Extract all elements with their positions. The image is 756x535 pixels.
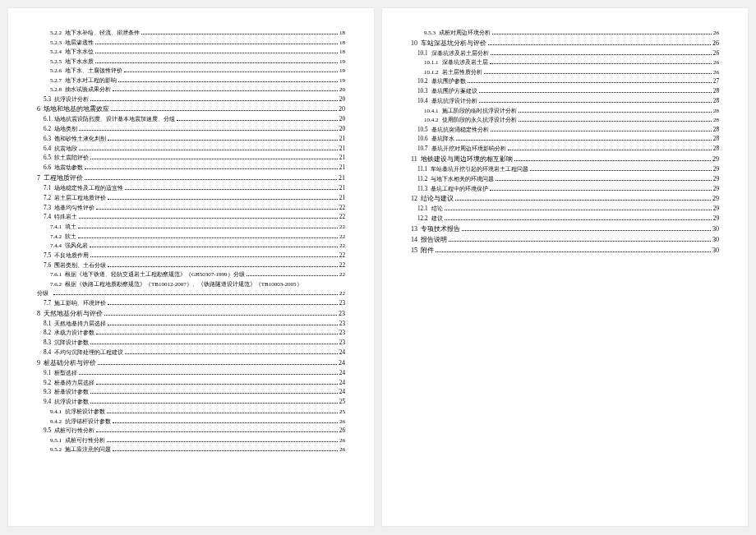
toc-dots xyxy=(90,256,338,257)
toc-entry-page: 28 xyxy=(713,107,719,116)
toc-entry-title: 施工影响、环境评价 xyxy=(54,299,106,308)
toc-dots xyxy=(247,275,338,276)
toc-dots xyxy=(79,218,338,219)
toc-entry: 6.2场地类别20 xyxy=(37,125,345,134)
toc-entry-number: 6.1 xyxy=(44,115,51,124)
toc-entry-title: 深基坑涉及岩土层 xyxy=(442,58,488,67)
toc-entry-page: 28 xyxy=(713,145,719,154)
toc-entry: 5.3抗浮设计分析20 xyxy=(37,95,345,104)
toc-entry-page: 28 xyxy=(713,116,719,125)
toc-dots xyxy=(492,34,712,35)
toc-entry-number: 9.1 xyxy=(44,369,51,378)
toc-dots xyxy=(53,294,338,295)
toc-entry-page: 24 xyxy=(339,388,345,397)
toc-dots xyxy=(462,230,711,231)
toc-dots xyxy=(96,334,338,334)
toc-entry-page: 25 xyxy=(339,408,345,417)
toc-dots xyxy=(436,251,711,252)
toc-dots xyxy=(445,210,712,210)
toc-entry: 5.2.7地下水对工程的影响19 xyxy=(37,76,345,85)
toc-entry: 10.1.2岩土层性质分析26 xyxy=(411,68,719,77)
toc-entry-title: 抗浮设计参数 xyxy=(54,398,89,407)
toc-entry-page: 22 xyxy=(339,213,345,222)
toc-entry-page: 21 xyxy=(339,154,345,163)
toc-dots xyxy=(118,81,338,82)
toc-dots xyxy=(456,140,712,141)
toc-entry: 7.3地基均匀性评价22 xyxy=(37,204,345,213)
toc-dots xyxy=(90,247,338,247)
toc-entry-title: 地下水、土腐蚀性评价 xyxy=(65,67,122,76)
toc-entry: 7.4.4强风化岩22 xyxy=(37,242,345,251)
toc-entry: 7.2岩土层工程地质评价21 xyxy=(37,194,345,203)
toc-dots xyxy=(95,44,338,44)
toc-dots xyxy=(96,384,338,385)
toc-entry: 分级22 xyxy=(37,289,345,298)
toc-entry-page: 26 xyxy=(339,427,345,436)
toc-entry-page: 24 xyxy=(339,369,345,378)
toc-entry-title: 填土 xyxy=(65,223,76,232)
toc-entry-number: 7.4.2 xyxy=(50,233,62,242)
toc-entry-page: 26 xyxy=(713,58,719,67)
toc-entry-page: 26 xyxy=(339,417,345,427)
toc-dots xyxy=(484,73,712,74)
toc-entry-title: 岩土层工程地质评价 xyxy=(54,194,106,203)
toc-dots xyxy=(108,199,338,200)
toc-entry-number: 7.5 xyxy=(44,251,51,261)
toc-entry-page: 28 xyxy=(713,126,719,135)
toc-entry: 14报告说明30 xyxy=(411,235,719,245)
toc-dots xyxy=(90,100,338,101)
toc-entry-number: 5.2.7 xyxy=(50,76,62,85)
toc-entry-page: 21 xyxy=(339,164,345,173)
toc-entry-title: 报告说明 xyxy=(421,235,447,245)
toc-entry-number: 8.1 xyxy=(44,320,51,329)
toc-entry-number: 10.1.2 xyxy=(424,68,439,77)
toc-entry: 9.4.2抗浮锚杆设计参数26 xyxy=(37,417,345,427)
toc-entry-number: 7 xyxy=(37,173,40,183)
toc-entry-title: 地下水补给、径流、排泄条件 xyxy=(65,29,140,38)
toc-entry-number: 7.1 xyxy=(44,184,51,193)
toc-dots xyxy=(79,374,338,375)
toc-entry-title: 桩基持力层选择 xyxy=(54,379,94,388)
toc-entry-title: 抗浮设计分析 xyxy=(54,95,89,104)
toc-entry-number: 5.2.2 xyxy=(50,29,62,38)
toc-entry-number: 7.6.2 xyxy=(50,280,62,289)
toc-entry: 7.7施工影响、环境评价23 xyxy=(37,299,345,308)
toc-dots xyxy=(95,62,338,63)
toc-dots xyxy=(108,266,338,267)
toc-entry-number: 9.5.2 xyxy=(50,445,62,454)
toc-entry-page: 27 xyxy=(713,77,719,86)
toc-entry: 12结论与建议29 xyxy=(411,194,719,204)
toc-entry-number: 11.2 xyxy=(417,175,427,184)
toc-entry-page: 26 xyxy=(712,39,719,48)
toc-entry-title: 地铁建设与周边环境的相互影响 xyxy=(421,155,513,164)
toc-entry-page: 22 xyxy=(339,270,345,279)
toc-dots xyxy=(108,325,338,325)
toc-entry: 5.2.6地下水、土腐蚀性评价19 xyxy=(37,67,345,76)
toc-dots xyxy=(125,353,338,354)
toc-entry-number: 5.2.6 xyxy=(50,67,62,76)
toc-entry: 10.1深基坑涉及岩土层分析26 xyxy=(411,49,719,58)
toc-entry-title: 深基坑涉及岩土层分析 xyxy=(431,49,489,58)
toc-dots xyxy=(449,241,711,242)
toc-entry-title: 地下水水质 xyxy=(65,58,94,67)
toc-entry-title: 场地抗震设防烈度、设计基本地震加速度、分组 xyxy=(54,115,175,124)
toc-entry-title: 特殊岩土 xyxy=(54,213,77,222)
toc-dots xyxy=(490,63,712,64)
toc-entry-page: 18 xyxy=(339,29,345,38)
toc-entry-title: 基坑降水 xyxy=(431,135,454,144)
toc-entry-title: 建议 xyxy=(431,214,443,224)
toc-entry: 8.4不均匀沉降处理的工程建议24 xyxy=(37,348,345,357)
toc-dots xyxy=(177,120,338,121)
toc-entry: 7.6.1根据《地下铁道、轻轨交通岩土工程勘察规范》（GB50307-1999）… xyxy=(37,270,345,279)
toc-entry-title: 天然地基持力层选择 xyxy=(54,320,106,329)
toc-entry-number: 6 xyxy=(37,104,40,114)
toc-entry-number: 10.4 xyxy=(417,97,428,106)
toc-dots xyxy=(96,209,338,210)
toc-entry-title: 饱和砂性土液化判别 xyxy=(54,135,106,144)
toc-dots xyxy=(90,393,338,394)
toc-entry-page: 22 xyxy=(339,251,345,261)
toc-dots xyxy=(479,92,712,93)
toc-dots xyxy=(90,403,338,404)
toc-entry-page: 23 xyxy=(339,329,345,338)
toc-entry: 11地铁建设与周边环境的相互影响29 xyxy=(411,155,719,164)
